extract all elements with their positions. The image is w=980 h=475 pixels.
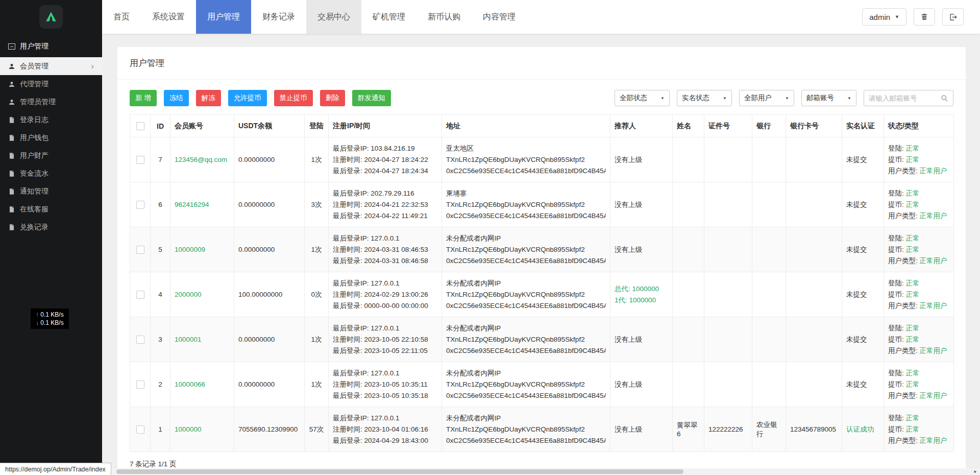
search-input[interactable] <box>869 94 941 102</box>
status-login-link[interactable]: 正常 <box>906 369 920 377</box>
scrollbar-track[interactable] <box>111 468 971 475</box>
sidebar-item[interactable]: 在线客服 <box>0 200 102 218</box>
row-checkbox[interactable] <box>136 201 144 209</box>
action-button[interactable]: 解冻 <box>196 90 221 106</box>
sidebar-item[interactable]: 通知管理 <box>0 182 102 200</box>
chevron-down-icon: ▼ <box>660 96 665 101</box>
user-type-link[interactable]: 正常用户 <box>920 167 947 175</box>
status-withdraw-link[interactable]: 正常 <box>906 336 920 343</box>
row-checkbox[interactable] <box>136 336 144 344</box>
status-login-link[interactable]: 正常 <box>906 234 920 242</box>
row-checkbox[interactable] <box>136 291 144 299</box>
user-type-link[interactable]: 正常用户 <box>920 257 947 265</box>
status-withdraw-link[interactable]: 正常 <box>906 156 920 163</box>
collapse-icon[interactable] <box>8 43 15 50</box>
topbar: 首页系统设置用户管理财务记录交易中心矿机管理新币认购内容管理 admin ▼ <box>102 0 980 34</box>
referrer-link[interactable]: 总代: 1000000 <box>615 283 668 295</box>
table-row: 42000000100.000000000次最后登录IP: 127.0.0.1注… <box>130 272 954 317</box>
status-login-link[interactable]: 正常 <box>906 324 920 332</box>
nav-item-4[interactable]: 财务记录 <box>251 0 306 34</box>
status-withdraw-link[interactable]: 正常 <box>906 381 920 388</box>
status-withdraw-link[interactable]: 正常 <box>906 246 920 253</box>
nav-item-5[interactable]: 交易中心 <box>306 0 361 34</box>
user-type-link[interactable]: 正常用户 <box>920 392 947 399</box>
user-type-link[interactable]: 正常用户 <box>920 347 947 354</box>
nav-item-7[interactable]: 新币认购 <box>416 0 472 34</box>
filter-select[interactable]: 全部状态▼ <box>615 90 670 106</box>
row-checkbox[interactable] <box>136 156 144 164</box>
sidebar-item-label: 用户财产 <box>20 151 48 160</box>
column-header: 状态/类型 <box>884 115 954 137</box>
search-box <box>864 90 953 106</box>
account-link[interactable]: 10000066 <box>175 381 205 388</box>
account-link[interactable]: 962416294 <box>175 201 209 208</box>
action-button[interactable]: 删除 <box>320 90 345 106</box>
sidebar-item[interactable]: 资金流水 <box>0 164 102 182</box>
cell-ip-time: 最后登录IP: 127.0.0.1注册时间: 2024-02-29 13:00:… <box>329 272 442 317</box>
sidebar-item[interactable]: 登录日志 <box>0 111 102 129</box>
horizontal-scrollbar[interactable]: ◄ ► <box>102 468 980 475</box>
filter-select[interactable]: 邮箱账号▼ <box>801 90 856 106</box>
row-checkbox[interactable] <box>136 425 144 434</box>
scroll-right-arrow-icon[interactable]: ► <box>971 468 980 475</box>
search-icon[interactable] <box>941 94 948 102</box>
sidebar-item[interactable]: 用户钱包 <box>0 129 102 147</box>
filter-select[interactable]: 实名状态▼ <box>677 90 732 106</box>
user-type-link[interactable]: 正常用户 <box>920 437 947 444</box>
status-login-link[interactable]: 正常 <box>906 414 920 422</box>
row-checkbox[interactable] <box>136 381 144 389</box>
cell-bank <box>752 272 786 317</box>
status-withdraw-link[interactable]: 正常 <box>906 291 920 298</box>
status-withdraw-link[interactable]: 正常 <box>906 425 920 433</box>
cell-id: 6 <box>151 182 170 227</box>
account-link[interactable]: 1000000 <box>175 425 202 433</box>
cell-id: 5 <box>151 227 170 272</box>
nav-item-3[interactable]: 用户管理 <box>196 0 251 34</box>
sidebar-item[interactable]: 代理管理 <box>0 75 102 93</box>
action-button[interactable]: 冻结 <box>164 90 189 106</box>
status-withdraw-link[interactable]: 正常 <box>906 201 920 208</box>
account-link[interactable]: 1000001 <box>175 336 202 343</box>
cell-bank-card <box>786 227 842 272</box>
filter-select[interactable]: 全部用户▼ <box>739 90 794 106</box>
column-header: USDT余额 <box>234 115 305 137</box>
status-login-link[interactable]: 正常 <box>906 279 920 287</box>
action-button[interactable]: 允许提币 <box>228 90 267 106</box>
nav-item-2[interactable]: 系统设置 <box>141 0 196 34</box>
sidebar-item[interactable]: 用户财产 <box>0 147 102 164</box>
nav-item-1[interactable]: 首页 <box>102 0 141 34</box>
account-link[interactable]: 10000009 <box>175 246 205 253</box>
select-all-checkbox[interactable] <box>136 122 144 130</box>
cell-id-number: 122222226 <box>704 407 752 452</box>
filters: 全部状态▼实名状态▼全部用户▼邮箱账号▼ <box>615 90 953 106</box>
account-link[interactable]: 2000000 <box>175 291 202 298</box>
status-login-link[interactable]: 正常 <box>906 189 920 197</box>
cell-id-number <box>704 137 752 182</box>
nav-item-8[interactable]: 内容管理 <box>472 0 527 34</box>
status-login-link[interactable]: 正常 <box>906 145 920 152</box>
referrer-link[interactable]: 1代: 1000000 <box>615 295 668 306</box>
sidebar-item[interactable]: 会员管理› <box>0 57 102 75</box>
cell-id-number <box>704 272 752 317</box>
clear-cache-button[interactable] <box>914 8 935 26</box>
account-link[interactable]: 123456@qq.com <box>175 156 227 163</box>
logo[interactable] <box>0 0 102 34</box>
scrollbar-thumb[interactable] <box>116 469 683 474</box>
column-header: 登陆 <box>305 115 329 137</box>
cell-address: 未分配或者内网IPTXnLRc1ZpQE6bgDUayKVCRQnb895Skf… <box>442 227 610 272</box>
admin-dropdown[interactable]: admin ▼ <box>862 8 906 26</box>
action-button[interactable]: 群发通知 <box>352 90 391 106</box>
nav-item-6[interactable]: 矿机管理 <box>361 0 416 34</box>
action-button[interactable]: 新 增 <box>130 90 157 106</box>
sidebar-item[interactable]: 兑换记录 <box>0 218 102 236</box>
logout-button[interactable] <box>942 8 964 26</box>
sidebar-item[interactable]: 管理员管理 <box>0 93 102 111</box>
action-button[interactable]: 禁止提币 <box>274 90 313 106</box>
cell-login-count: 1次 <box>305 317 329 362</box>
row-checkbox[interactable] <box>136 246 144 254</box>
user-type-link[interactable]: 正常用户 <box>920 212 947 220</box>
cell-usdt-balance: 100.00000000 <box>234 272 305 317</box>
upload-arrow-icon: ↑ <box>36 311 39 318</box>
cell-name <box>673 227 704 272</box>
user-type-link[interactable]: 正常用户 <box>920 302 947 310</box>
